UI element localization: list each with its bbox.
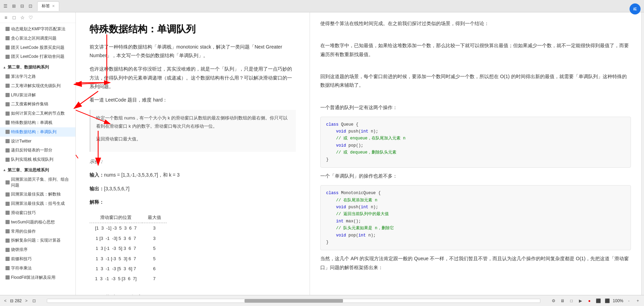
code-block-1: class Queue { void push(int n); // 或 enq… xyxy=(320,117,631,168)
code-line: // 返回当前队列中的最大值 xyxy=(326,211,625,218)
sidebar-item-twitter[interactable]: 员 设计Twitter xyxy=(0,137,75,146)
sidebar-item-prefix[interactable]: 员 前缀和技巧 xyxy=(0,254,75,264)
scroll-thumb[interactable] xyxy=(245,299,343,303)
sidebar-item-heap[interactable]: 员 二叉堆详解实现优先级队列 xyxy=(0,81,75,91)
tab-main[interactable]: 标签 ✕ xyxy=(37,1,59,11)
table-row: 1 3 -1 [-3 5 3] 6 7 5 xyxy=(90,254,167,264)
right-p5: 一个「单调队列」的操作也差不多： xyxy=(320,172,631,180)
sidebar-item-bitop[interactable]: 员 常用的位操作 xyxy=(0,227,75,236)
code-line: } xyxy=(326,239,625,246)
code-line: int max(); xyxy=(326,218,625,225)
item-icon: 员 xyxy=(6,84,10,88)
sidebar-item-label: 常用的位操作 xyxy=(11,229,36,234)
main-area: ≡ □ ☆ ♡ 员 动态规划之KMP字符匹配算法 员 贪心算法之区间调度问题 员… xyxy=(0,12,644,295)
table-row: 1 3 -1 -3 5 [3 6 7] 7 xyxy=(90,274,167,284)
toolbar-menu-icon[interactable]: ≡ xyxy=(3,14,9,21)
top-right-float-button[interactable]: iE xyxy=(630,3,641,14)
grid-icon[interactable]: ⊞ xyxy=(11,3,17,9)
page-icon: ⊟ xyxy=(10,298,13,303)
record-icon[interactable]: ● xyxy=(586,297,593,304)
table-cell-max: 5 xyxy=(142,243,167,253)
item-icon: 员 xyxy=(6,148,10,152)
item-icon: 员 xyxy=(6,192,10,197)
sidebar-list: 员 动态规划之KMP字符匹配算法 员 贪心算法之区间调度问题 员 团灭 Leet… xyxy=(0,23,75,295)
sidebar-chapter3-label: 第三章、算法思维系列 xyxy=(8,167,49,173)
code-line: class MonotonicQueue { xyxy=(326,190,625,197)
sidebar-item-queue-stack[interactable]: 员 队列实现栈 栈实现队列 xyxy=(0,155,75,164)
sidebar-item-calculator[interactable]: 员 拆解复杂问题：实现计算器 xyxy=(0,236,75,245)
table-row: [1 3 -1] -3 5 3 6 7 3 xyxy=(90,223,167,233)
sidebar-chapter3[interactable]: ▲ 第三章、算法思维系列 xyxy=(0,166,75,175)
page-prev-button[interactable]: < xyxy=(3,298,8,304)
page-number: ⊟ 282 xyxy=(10,298,22,303)
window-icon[interactable]: □ xyxy=(568,297,575,304)
code-line: void push(int n); xyxy=(326,204,625,211)
scroll-bar[interactable] xyxy=(47,299,540,303)
sidebar-item-backtrack1[interactable]: 员 回溯算法团灭子集、排列、组合问题 xyxy=(0,175,75,190)
sidebar-item-label: 滑动窗口技巧 xyxy=(11,210,36,216)
scrollbar-right[interactable] xyxy=(641,12,644,295)
table-cell-window: 1 [3 -1 -3] 5 3 6 7 xyxy=(90,233,142,243)
sidebar-item-rob[interactable]: 员 团灭 LeetCode 打家劫舍问题 xyxy=(0,52,75,61)
sidebar-item-monotonic-queue[interactable]: 员 特殊数据结构：单调队列 xyxy=(0,127,75,137)
item-icon: 员 xyxy=(6,211,10,215)
sidebar-item-reverse-linked[interactable]: 员 递归反转链表的一部分 xyxy=(0,146,75,155)
item-icon: 员 xyxy=(6,93,10,97)
sidebar-item-stock[interactable]: 员 团灭 LeetCode 股票买卖问题 xyxy=(0,43,75,52)
item-icon: 员 xyxy=(6,275,10,279)
page-next-button[interactable]: > xyxy=(24,298,29,304)
sidebar-item-backtrack2[interactable]: 员 回溯算法最佳实践：解数独 xyxy=(0,190,75,199)
sidebar-item-monotonic-stack[interactable]: 员 特殊数据结构：单调栈 xyxy=(0,118,75,127)
sidebar-item-complete-tree[interactable]: 员 如何计算完全二叉树的节点数 xyxy=(0,109,75,118)
screen-icon[interactable]: 🖥 xyxy=(559,297,566,304)
sidebar-item-lru[interactable]: 员 LRU算法详解 xyxy=(0,91,75,100)
code-line: void pop(int n); xyxy=(326,232,625,239)
tab-label: 标签 xyxy=(42,3,50,9)
sidebar-item-sliding[interactable]: 员 滑动窗口技巧 xyxy=(0,208,75,218)
item-icon: 员 xyxy=(6,239,10,243)
code-line: void pop(); xyxy=(326,142,625,149)
item-icon: 员 xyxy=(6,266,10,270)
code-line: // 或 dequeue，删除队头元素 xyxy=(326,149,625,156)
bottom-right: ⚙ 🖥 □ ▶ ● ⬛ ⬛ 100% - + xyxy=(550,297,641,304)
sidebar-item-bst[interactable]: 员 二叉搜索树操作集锦 xyxy=(0,99,75,109)
tab-bar: ☰ ⊞ ⊟ ⊡ 标签 ✕ xyxy=(0,0,644,12)
chapter-toggle-icon: ▲ xyxy=(3,65,6,70)
bookmark-icon[interactable]: ⊡ xyxy=(28,3,33,9)
sidebar-item-label: LRU算法详解 xyxy=(11,92,36,98)
sidebar-item-pancake[interactable]: 员 烧饼排序 xyxy=(0,245,75,254)
sidebar-item-label: 回溯算法最佳实践：解数独 xyxy=(11,191,61,197)
sidebar-chapter2[interactable]: ▲ 第二章、数据结构系列 xyxy=(0,63,75,72)
example-output: 输出：[3,3,5,5,6,7] xyxy=(90,184,296,193)
play-icon[interactable]: ▶ xyxy=(577,297,584,304)
sidebar-item-kmp[interactable]: 员 动态规划之KMP字符匹配算法 xyxy=(0,24,75,34)
bottom-bar: < ⊟ 282 > ⊡ ⚙ 🖥 □ ▶ ● ⬛ ⬛ 100% - + xyxy=(0,295,644,306)
item-icon: 员 xyxy=(6,120,10,125)
table-row: 1 [3 -1 -3] 5 3 6 7 3 xyxy=(90,233,167,243)
sidebar-item-floodfill[interactable]: 员 FloodFill算法详解及应用 xyxy=(0,273,75,282)
toolbar-grid-icon[interactable]: □ xyxy=(11,14,17,21)
example-table: 滑动窗口的位置 最大值 [1 3 -1] -3 5 3 6 7 3 1 [3 -… xyxy=(90,212,167,284)
sidebar-item-algo-road[interactable]: 员 算法学习之路 xyxy=(0,72,75,81)
sidebar-item-label: 特殊数据结构：单调栈 xyxy=(11,120,52,126)
item-icon: 员 xyxy=(6,45,10,50)
block-icon2[interactable]: ⬛ xyxy=(604,297,611,304)
zoom-minus-button[interactable]: - xyxy=(625,297,632,304)
right-panel-body: 使得整个算法在线性时间完成。在之前我们探讨过类似的场景，得到一个结论： 在一堆数… xyxy=(320,19,631,272)
save-icon[interactable]: ⊟ xyxy=(19,3,25,9)
item-icon: 员 xyxy=(6,139,10,143)
quote-box: 给定一个数组 nums，有一个大小为 k 的滑动窗口从数组的最左侧移动到数组的最… xyxy=(90,110,296,152)
item-icon: 员 xyxy=(6,102,10,106)
zoom-plus-button[interactable]: + xyxy=(634,297,641,304)
page-end-button[interactable]: ⊡ xyxy=(31,298,37,304)
sidebar-item-backtrack3[interactable]: 员 回溯算法最佳实践：括号生成 xyxy=(0,199,75,208)
sidebar-item-string-mult[interactable]: 员 字符串乘法 xyxy=(0,264,75,273)
toolbar-heart-icon[interactable]: ♡ xyxy=(28,14,34,21)
sidebar-item-twosum[interactable]: 员 twoSum问题的核心思想 xyxy=(0,218,75,227)
sidebar-item-greedy[interactable]: 员 贪心算法之区间调度问题 xyxy=(0,34,75,43)
toolbar-star-icon[interactable]: ☆ xyxy=(19,14,25,21)
menu-icon[interactable]: ☰ xyxy=(3,3,8,9)
tab-close-icon[interactable]: ✕ xyxy=(52,4,55,8)
block-icon1[interactable]: ⬛ xyxy=(595,297,602,304)
settings-icon[interactable]: ⚙ xyxy=(550,297,557,304)
